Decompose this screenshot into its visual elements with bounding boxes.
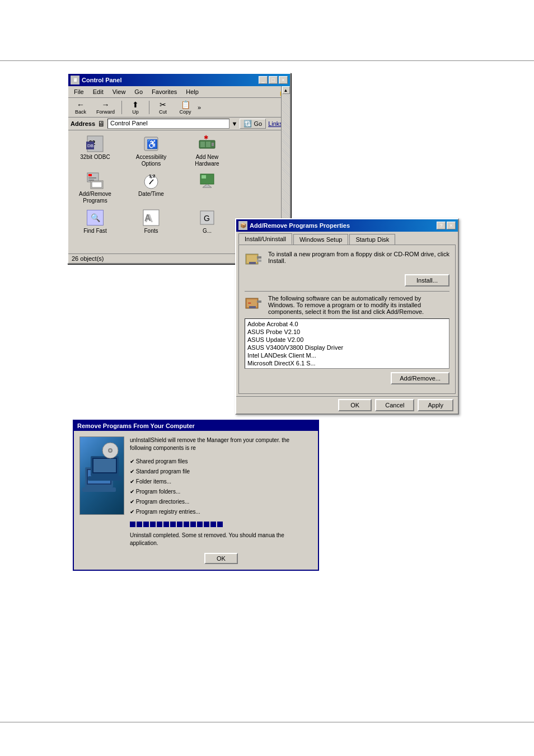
- addremove-btn-row: Add/Remove...: [245, 372, 449, 384]
- addremove-close-btn[interactable]: ×: [447, 222, 456, 229]
- add-remove-icon: [86, 172, 104, 190]
- maximize-button[interactable]: □: [269, 76, 278, 84]
- g-label: G...: [203, 228, 212, 234]
- program-item-4[interactable]: Intel LANDesk Client M...: [246, 351, 448, 359]
- menu-edit[interactable]: Edit: [90, 87, 107, 96]
- divider-top: [0, 60, 534, 61]
- tab-content: To install a new program from a floppy d…: [238, 245, 456, 394]
- cut-button[interactable]: ✂ Cut: [153, 99, 173, 116]
- addremove-programs-window: 📦 Add/Remove Programs Properties ? × Ins…: [235, 218, 459, 415]
- remove-content: unInstallShield will remove the Manager …: [74, 431, 318, 570]
- up-button[interactable]: ⬆ Up: [125, 99, 146, 116]
- dot-1: [130, 522, 135, 527]
- program-item-2[interactable]: ASUS Update V2.00: [246, 336, 448, 344]
- svg-rect-37: [257, 300, 261, 303]
- menu-favorites[interactable]: Favorites: [148, 87, 180, 96]
- menu-file[interactable]: File: [71, 87, 87, 96]
- program-item-3[interactable]: ASUS V3400/V3800 Display Driver: [246, 344, 448, 351]
- tab-startup-disk[interactable]: Startup Disk: [349, 234, 395, 245]
- copy-button[interactable]: 📋 Copy: [175, 99, 195, 116]
- icon-accessibility[interactable]: ♿ Accessibility Options: [129, 135, 174, 167]
- svg-rect-16: [92, 182, 102, 187]
- checklist-item-5: Program registry entries...: [130, 507, 312, 517]
- control-panel-icon: 🖥: [71, 76, 79, 84]
- menu-go[interactable]: Go: [131, 87, 146, 96]
- menu-help[interactable]: Help: [182, 87, 202, 96]
- dot-8: [177, 522, 182, 527]
- divider-1: [245, 291, 449, 292]
- remove-description: unInstallShield will remove the Manager …: [130, 436, 312, 452]
- svg-rect-38: [249, 306, 256, 308]
- menu-view[interactable]: View: [109, 87, 129, 96]
- titlebar-buttons: _ □ ×: [259, 76, 288, 84]
- svg-text:G: G: [204, 214, 210, 223]
- icon-32bit-odbc[interactable]: 32 DB 32bit ODBC: [73, 135, 118, 167]
- control-panel-titlebar: 🖥 Control Panel _ □ ×: [68, 74, 290, 86]
- install-section: To install a new program from a floppy d…: [245, 251, 449, 269]
- go-button[interactable]: 🔃 Go: [240, 119, 266, 129]
- cancel-button[interactable]: Cancel: [375, 399, 414, 411]
- uninstall-complete-text: Uninstall completed. Some st removed. Yo…: [130, 532, 312, 547]
- forward-button[interactable]: → Forward: [93, 99, 118, 116]
- tab-windows-setup[interactable]: Windows Setup: [293, 234, 348, 245]
- remove-left-image: [79, 436, 124, 515]
- checklist-item-2: Folder items...: [130, 477, 312, 487]
- cut-icon: ✂: [160, 100, 166, 109]
- program-item-0[interactable]: Adobe Acrobat 4.0: [246, 320, 448, 328]
- dot-11: [197, 522, 203, 527]
- icon-datetime[interactable]: 1:2 Date/Time: [129, 172, 174, 204]
- checklist-item-3: Program folders...: [130, 487, 312, 497]
- remove-right: unInstallShield will remove the Manager …: [130, 436, 312, 564]
- svg-text:✱: ✱: [204, 135, 208, 140]
- svg-rect-46: [93, 459, 116, 472]
- checklist: Shared program files Standard program fi…: [130, 457, 312, 517]
- up-icon: ⬆: [132, 100, 139, 109]
- 32bit-odbc-icon: 32 DB: [86, 135, 104, 153]
- svg-text:♿: ♿: [147, 139, 158, 149]
- install-icon: [245, 251, 263, 269]
- remove-text: The following software can be automatica…: [268, 295, 449, 315]
- install-text: To install a new program from a floppy d…: [268, 251, 449, 264]
- dot-12: [204, 522, 209, 527]
- icon-add-hardware[interactable]: ✱ Add New Hardware: [185, 135, 229, 167]
- address-dropdown[interactable]: ▼: [232, 120, 238, 127]
- apply-button[interactable]: Apply: [418, 399, 453, 411]
- install-button[interactable]: Install...: [405, 274, 449, 287]
- addremove-btn[interactable]: Add/Remove...: [391, 372, 449, 384]
- svg-rect-47: [88, 476, 121, 481]
- dot-14: [217, 522, 223, 527]
- add-hardware-label: Add New Hardware: [185, 154, 229, 167]
- svg-text:DB: DB: [87, 143, 93, 148]
- programs-list[interactable]: Adobe Acrobat 4.0 ASUS Probe V2.10 ASUS …: [245, 318, 449, 369]
- addremove-help-btn[interactable]: ?: [437, 222, 446, 229]
- close-button[interactable]: ×: [279, 76, 288, 84]
- tab-install-uninstall[interactable]: Install/Uninstall: [238, 233, 292, 245]
- ok-button[interactable]: OK: [338, 399, 372, 411]
- findfast-icon: 🔍: [86, 209, 104, 227]
- program-item-1[interactable]: ASUS Probe V2.10: [246, 328, 448, 336]
- add-remove-label: Add/RemovePrograms: [79, 191, 111, 204]
- 32bit-odbc-label: 32bit ODBC: [80, 154, 110, 161]
- program-item-5[interactable]: Microsoft DirectX 6.1 S...: [246, 359, 448, 367]
- menu-bar: File Edit View Go Favorites Help 🔒: [68, 86, 290, 98]
- back-button[interactable]: ← Back: [71, 99, 91, 116]
- back-icon: ←: [77, 100, 85, 109]
- scroll-up-btn[interactable]: ▲: [282, 86, 290, 94]
- icon-add-remove[interactable]: Add/RemovePrograms: [73, 172, 118, 204]
- remove-programs-window: Remove Programs From Your Computer: [73, 420, 319, 571]
- icon-g[interactable]: G G...: [185, 209, 229, 234]
- svg-rect-23: [202, 175, 206, 179]
- dot-6: [163, 522, 169, 527]
- svg-marker-24: [203, 184, 212, 187]
- dot-9: [184, 522, 189, 527]
- more-button[interactable]: »: [198, 104, 201, 111]
- remove-ok-button[interactable]: OK: [204, 553, 238, 564]
- address-input[interactable]: Control Panel: [107, 119, 229, 129]
- remove-section: – The following software can be automati…: [245, 295, 449, 315]
- fonts-label: Fonts: [144, 228, 158, 234]
- icon-fonts[interactable]: A A Fonts: [129, 209, 174, 234]
- minimize-button[interactable]: _: [259, 76, 268, 84]
- icon-extra[interactable]: [185, 172, 229, 204]
- addremove-titlebar-buttons: ? ×: [437, 222, 456, 229]
- icon-findfast[interactable]: 🔍 Find Fast: [73, 209, 118, 234]
